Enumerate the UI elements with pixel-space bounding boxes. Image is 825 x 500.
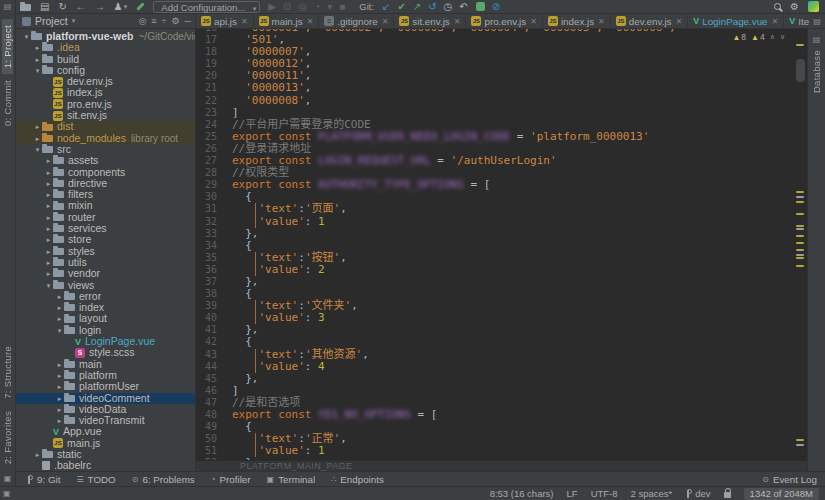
code-line[interactable]: 36 'value': 2 <box>196 264 793 276</box>
close-tab-icon[interactable]: ✕ <box>772 17 779 26</box>
expand-all-icon[interactable]: ≡ <box>151 16 156 26</box>
panel-settings-icon[interactable]: ⚙ <box>172 16 180 26</box>
tree-item-styles[interactable]: ▸styles <box>16 246 195 257</box>
tool-problems[interactable]: ⊙6: Problems <box>132 474 195 485</box>
green-plugin-icon[interactable] <box>476 2 485 11</box>
tab-LoginPage.vue[interactable]: VLoginPage.vue✕ <box>688 14 784 28</box>
history-icon[interactable]: ◷ <box>444 0 453 13</box>
tree-item-layout[interactable]: ▸layout <box>16 313 195 324</box>
close-tab-icon[interactable]: ✕ <box>241 17 248 26</box>
change-stripe-mark[interactable] <box>796 196 804 198</box>
tree-item-platform-vue-web[interactable]: ▾platform-vue-web~/GitCode/video-platf <box>16 31 195 42</box>
code-line[interactable]: 52 } <box>196 457 793 460</box>
sync-icon[interactable]: ↻ <box>58 0 66 13</box>
chevron-right-icon[interactable]: ▸ <box>44 268 53 279</box>
code-line[interactable]: 41 }, <box>196 324 793 336</box>
stripe-menu-icon[interactable]: ▤ <box>4 2 12 11</box>
code-line[interactable]: 33 }, <box>196 228 793 240</box>
tree-item-node_modules[interactable]: ▸node_moduleslibrary root <box>16 133 195 144</box>
tree-item-.idea[interactable]: ▸.idea <box>16 42 195 53</box>
warning-stripe-mark[interactable] <box>796 257 804 259</box>
tree-item-style.scss[interactable]: Sstyle.scss <box>16 347 195 358</box>
close-tab-icon[interactable]: ✕ <box>598 17 605 26</box>
code-line[interactable]: 40 'value': 3 <box>196 312 793 324</box>
tree-item-src[interactable]: ▾src <box>16 144 195 155</box>
chevron-right-icon[interactable]: ▸ <box>33 42 42 53</box>
run-configuration-combo[interactable]: Add Configuration... <box>153 1 260 13</box>
chevron-right-icon[interactable]: ▸ <box>44 200 53 211</box>
chevron-right-icon[interactable]: ▸ <box>44 167 53 178</box>
locate-file-icon[interactable]: ◎ <box>138 16 146 26</box>
chevron-right-icon[interactable]: ▸ <box>44 155 53 166</box>
forward-icon[interactable]: → <box>95 0 105 13</box>
code-line[interactable]: 32 'value': 1 <box>196 216 793 228</box>
stripe-project[interactable]: 1: Project <box>2 19 13 74</box>
warning-stripe-mark[interactable] <box>796 213 804 215</box>
tree-item-mixin[interactable]: ▸mixin <box>16 200 195 211</box>
close-tab-icon[interactable]: ✕ <box>675 17 682 26</box>
warning-stripe-mark[interactable] <box>796 242 804 244</box>
tab-api.js[interactable]: JSapi.js✕ <box>196 14 254 28</box>
warning-stripe-mark[interactable] <box>796 201 804 203</box>
toolwindow-switcher-icon[interactable]: ▣ <box>3 489 11 498</box>
chevron-right-icon[interactable]: ▸ <box>44 234 53 245</box>
stop-icon[interactable]: ■ <box>339 0 345 13</box>
stripe-favorites[interactable]: 2: Favorites <box>2 405 13 470</box>
open-folder-icon[interactable] <box>20 4 31 11</box>
indent-style[interactable]: 2 spaces* <box>631 488 673 499</box>
run-more-icon[interactable]: ▾ <box>327 0 332 13</box>
warning-stripe-mark[interactable] <box>796 439 804 441</box>
chevron-right-icon[interactable]: ▸ <box>55 404 64 415</box>
tree-item-vendor[interactable]: ▸vendor <box>16 268 195 279</box>
tree-item-videoTransmit[interactable]: ▸videoTransmit <box>16 415 195 426</box>
hidden-tabs-icon[interactable]: ▤ <box>809 14 825 28</box>
chevron-right-icon[interactable]: ▸ <box>55 359 64 370</box>
chevron-right-icon[interactable]: ▸ <box>55 393 64 404</box>
debug-icon[interactable]: ⊙ <box>283 0 291 13</box>
event-log-button[interactable]: ⊙Event Log <box>762 474 825 485</box>
chevron-right-icon[interactable]: ▸ <box>33 54 42 65</box>
tab-sit.env.js[interactable]: JSsit.env.js✕ <box>394 14 466 28</box>
blocked-plugin-icon[interactable]: ⊘ <box>492 0 500 13</box>
close-tab-icon[interactable]: ✕ <box>382 17 389 26</box>
code-line[interactable]: 51 'value': 1 <box>196 445 793 457</box>
tree-item-platformUser[interactable]: ▸platformUser <box>16 381 195 392</box>
breadcrumb[interactable]: PLATFORM_MAIN_PAGE <box>196 460 807 471</box>
chevron-right-icon[interactable]: ▸ <box>33 133 42 144</box>
tool-git[interactable]: 9: Git <box>26 474 60 485</box>
warning-stripe-mark[interactable] <box>796 249 804 251</box>
collapse-all-icon[interactable]: ÷ <box>162 16 167 26</box>
warning-stripe-mark[interactable] <box>796 191 804 193</box>
tree-item-build[interactable]: ▸build <box>16 54 195 65</box>
chevron-down-icon[interactable]: ▾ <box>44 280 53 291</box>
save-all-icon[interactable]: ▤ <box>40 0 49 13</box>
tree-item-main.js[interactable]: JSmain.js <box>16 438 195 449</box>
tab-dev.env.js[interactable]: JSdev.env.js✕ <box>611 14 688 28</box>
chevron-right-icon[interactable]: ▸ <box>44 257 53 268</box>
warning-stripe-mark[interactable] <box>796 265 804 267</box>
close-tab-icon[interactable]: ✕ <box>454 17 461 26</box>
stripe-toolwindow-icon[interactable]: ▣ <box>4 474 12 483</box>
warning-stripe-mark[interactable] <box>796 44 804 46</box>
chevron-right-icon[interactable]: ▸ <box>44 189 53 200</box>
vcs-refresh-icon[interactable]: ↺ <box>428 0 436 13</box>
rollback-icon[interactable]: ↶ <box>459 0 467 13</box>
code-line[interactable]: 44 'value': 4 <box>196 361 793 373</box>
change-stripe-mark[interactable] <box>796 444 804 446</box>
stripe-commit[interactable]: 0: Commit <box>2 74 13 132</box>
chevron-right-icon[interactable]: ▸ <box>55 313 64 324</box>
tool-todo[interactable]: ☰TODO <box>76 474 115 485</box>
tab-index.js[interactable]: JSindex.js✕ <box>543 14 611 28</box>
change-stripe-mark[interactable] <box>796 228 804 230</box>
vcs-commit-icon[interactable]: ✔ <box>397 0 405 13</box>
tree-item-utils[interactable]: ▸utils <box>16 257 195 268</box>
stripe-structure[interactable]: 7: Structure <box>2 340 13 405</box>
scrollbar-thumb[interactable] <box>796 59 805 83</box>
tab-.gitignore[interactable]: ≡.gitignore✕ <box>319 14 394 28</box>
tree-item-error[interactable]: ▸error <box>16 291 195 302</box>
warning-stripe-mark[interactable] <box>796 235 804 237</box>
tree-item-store[interactable]: ▸store <box>16 234 195 245</box>
chevron-down-icon[interactable]: ▾ <box>22 31 31 42</box>
tree-item-directive[interactable]: ▸directive <box>16 178 195 189</box>
caret-position[interactable]: 8:53 (16 chars) <box>490 488 554 499</box>
